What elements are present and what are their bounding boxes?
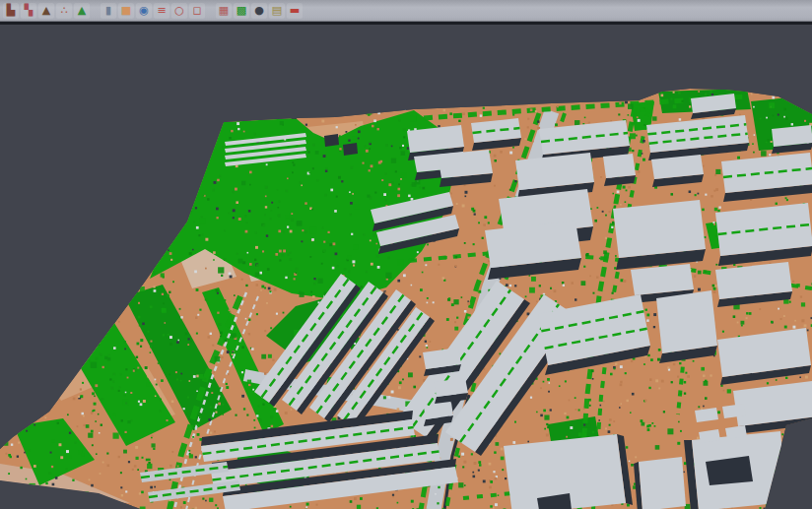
open-folder-icon[interactable]: ▙ [3, 3, 19, 19]
point-cloud-canvas[interactable] [0, 25, 812, 509]
selection-box-icon[interactable]: ◻ [189, 3, 205, 19]
report-icon[interactable]: ▤ [269, 3, 285, 19]
building-roof [438, 150, 493, 178]
panel-icon[interactable]: ▮ [101, 3, 116, 19]
import-cloud-icon[interactable]: ▚ [21, 3, 36, 19]
toolbar-group-1: ▙▚▲∴▲ [2, 3, 91, 19]
toolbar-group-2: ▮■◉≡○◻ [100, 3, 206, 19]
building-roof [603, 154, 636, 178]
building-roof [613, 200, 706, 258]
building-roof [639, 457, 686, 509]
globe-icon[interactable]: ◉ [136, 3, 152, 19]
ring-tool-icon[interactable]: ○ [171, 3, 187, 19]
sphere-icon[interactable]: ● [251, 3, 267, 19]
delete-icon[interactable]: ▬ [287, 3, 303, 19]
building-roof [656, 290, 717, 353]
mesh-icon[interactable]: ▲ [38, 3, 54, 19]
terrain-icon[interactable]: ▲ [74, 3, 90, 19]
ortho-view-icon[interactable]: ■ [118, 3, 134, 19]
viewport-3d[interactable] [0, 25, 812, 509]
classification-icon[interactable]: ▩ [234, 3, 249, 19]
application-window: ▙▚▲∴▲▮■◉≡○◻▦▩●▤▬ [0, 0, 812, 509]
filter-grid-icon[interactable]: ▦ [216, 3, 232, 19]
app-toolbar: ▙▚▲∴▲▮■◉≡○◻▦▩●▤▬ [0, 0, 812, 22]
toolbar-group-3: ▦▩●▤▬ [215, 3, 304, 19]
subsample-points-icon[interactable]: ∴ [56, 3, 72, 19]
list-icon[interactable]: ≡ [154, 3, 169, 19]
